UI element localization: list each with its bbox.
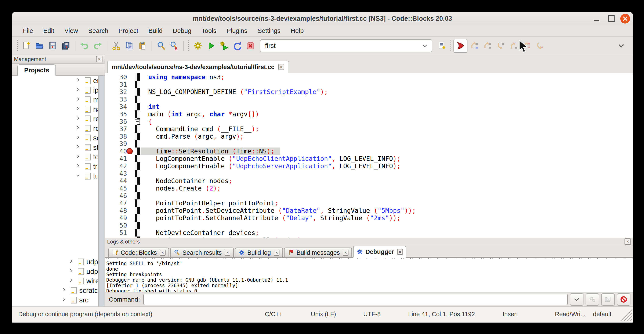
titlebar[interactable]: mnt/dev/tools/source/ns-3-dev/examples/t… (12, 12, 633, 26)
tree-item-udp-[interactable]: udp- (12, 267, 104, 276)
tree-chevron-right-icon[interactable] (75, 87, 82, 94)
line-number[interactable]: 35 (105, 110, 127, 118)
code-line-30[interactable]: 30using namespace ns3; (105, 73, 633, 81)
tree-item-wire[interactable]: wire (12, 276, 104, 286)
code-line-48[interactable]: 48 pointToPoint.SetDeviceAttribute ("Dat… (105, 207, 633, 214)
code-line-35[interactable]: 35main (int argc, char *argv[]) (105, 110, 633, 118)
menu-file[interactable]: File (18, 26, 38, 37)
toolbar-grip[interactable] (450, 40, 452, 51)
tree-chevron-right-icon[interactable] (62, 297, 68, 303)
tree-item-fif[interactable]: fif (12, 181, 104, 190)
tree-item-udp[interactable]: udp (12, 257, 104, 267)
code-line-40[interactable]: 40 Time::SetResolution (Time::NS); (105, 148, 633, 155)
log-tab-close-icon[interactable]: × (160, 250, 166, 256)
code-line-33[interactable]: 33 (105, 96, 633, 103)
tree-chevron-right-icon[interactable] (75, 144, 82, 151)
menu-settings[interactable]: Settings (252, 26, 286, 37)
menu-project[interactable]: Project (114, 26, 143, 37)
copy-button[interactable] (123, 39, 136, 52)
line-number[interactable]: 42 (105, 162, 127, 170)
save-all-button[interactable] (59, 39, 72, 52)
code-line-31[interactable]: 31 (105, 81, 633, 88)
tree-item-tcp[interactable]: tcp (12, 152, 104, 162)
fold-collapse-icon[interactable] (135, 119, 140, 124)
log-tab-build-messages[interactable]: Build messages× (284, 247, 352, 258)
menu-view[interactable]: View (59, 26, 83, 37)
toolbar-overflow-button[interactable] (615, 39, 628, 52)
line-number[interactable]: 45 (105, 185, 127, 192)
log-tab-search-results[interactable]: Search results× (170, 247, 234, 258)
line-number[interactable]: 34 (105, 103, 127, 110)
maximize-button[interactable] (606, 14, 616, 24)
tree-chevron-down-icon[interactable] (75, 173, 82, 179)
code-line-43[interactable]: 43 (105, 170, 633, 177)
open-file-button[interactable] (33, 39, 46, 52)
line-number[interactable]: 30 (105, 73, 127, 81)
tree-chevron-right-icon[interactable] (75, 163, 82, 170)
tab-projects[interactable]: Projects (17, 65, 56, 76)
tree-item-th[interactable]: th (12, 247, 104, 257)
code-line-42[interactable]: 42 LogComponentEnable ("UdpEchoServerApp… (105, 162, 633, 170)
tree-chevron-right-icon[interactable] (62, 287, 68, 294)
tree-item-mat[interactable]: mat (12, 95, 104, 105)
log-tab-debugger[interactable]: Debugger× (353, 246, 406, 258)
debugger-output[interactable]: Setting SHELL to '/bin/sh' done Setting … (105, 260, 633, 292)
tree-chevron-right-icon[interactable] (75, 125, 82, 132)
menu-debug[interactable]: Debug (168, 26, 196, 37)
stop-debugger-button[interactable] (617, 293, 630, 305)
tree-item-fir[interactable]: fir (12, 190, 104, 200)
debug-continue-button[interactable] (454, 39, 468, 53)
code-line-45[interactable]: 45 nodes.Create (2); (105, 185, 633, 192)
rebuild-button[interactable] (231, 39, 244, 52)
project-tree[interactable]: erroipv6matnamrealtroutsockstatstcptraff… (12, 76, 104, 306)
build-target-combobox[interactable]: first (260, 39, 432, 52)
code-line-39[interactable]: 39 (105, 140, 633, 148)
replace-button[interactable]: R (168, 39, 181, 52)
tree-item-he[interactable]: he (12, 209, 104, 219)
line-number[interactable]: 44 (105, 177, 127, 185)
code-line-37[interactable]: 37 CommandLine cmd (__FILE__); (105, 125, 633, 133)
code-line-44[interactable]: 44 NodeContainer nodes; (105, 177, 633, 185)
code-line-32[interactable]: 32NS_LOG_COMPONENT_DEFINE ("FirstScriptE… (105, 88, 633, 96)
tree-item-six[interactable]: six (12, 238, 104, 247)
tree-item-tuto[interactable]: tuto (12, 171, 104, 181)
breakpoint-icon[interactable] (126, 148, 133, 154)
tree-item-fo[interactable]: fo (12, 200, 104, 209)
select-target-button[interactable] (435, 39, 448, 52)
tree-chevron-right-icon[interactable] (75, 106, 82, 113)
tree-chevron-right-icon[interactable] (75, 135, 82, 141)
tree-chevron-right-icon[interactable] (68, 278, 75, 284)
tree-item-nam[interactable]: nam (12, 105, 104, 114)
code-line-38[interactable]: 38 cmd.Parse (argc, argv); (105, 133, 633, 140)
logs-close-icon[interactable]: × (624, 238, 631, 245)
log-tab-close-icon[interactable]: × (397, 249, 403, 255)
save-file-button[interactable] (46, 39, 59, 52)
tree-item-sock[interactable]: sock (12, 133, 104, 143)
paste-button[interactable] (136, 39, 149, 52)
command-input[interactable] (143, 294, 568, 305)
line-number[interactable]: 52 (105, 236, 127, 238)
next-line-button[interactable] (480, 39, 494, 52)
line-number[interactable]: 43 (105, 170, 127, 177)
menu-edit[interactable]: Edit (38, 26, 59, 37)
line-number[interactable]: 50 (105, 222, 127, 229)
step-into-instruction-button[interactable] (533, 39, 546, 52)
step-out-button[interactable] (507, 39, 520, 52)
line-number[interactable]: 38 (105, 133, 127, 140)
tree-item-ipv6[interactable]: ipv6 (12, 85, 104, 95)
copy-log-button[interactable] (601, 293, 615, 305)
toolbar-grip[interactable] (188, 40, 190, 51)
code-line-49[interactable]: 49 pointToPoint.SetChannelAttribute ("De… (105, 214, 633, 222)
tree-chevron-right-icon[interactable] (75, 116, 82, 122)
menu-plugins[interactable]: Plugins (222, 26, 252, 37)
line-number[interactable]: 49 (105, 214, 127, 222)
close-button[interactable] (620, 14, 630, 24)
editor-tab-close-icon[interactable]: × (278, 64, 284, 70)
undo-button[interactable] (78, 39, 91, 52)
log-tab-code-blocks[interactable]: Code::Blocks× (108, 247, 169, 258)
abort-build-button[interactable] (244, 39, 257, 52)
tree-scrollbar[interactable] (98, 76, 104, 306)
code-line-36[interactable]: 36{ (105, 118, 633, 125)
cut-button[interactable] (110, 39, 123, 52)
code-editor[interactable]: 30using namespace ns3;3132NS_LOG_COMPONE… (105, 73, 633, 238)
